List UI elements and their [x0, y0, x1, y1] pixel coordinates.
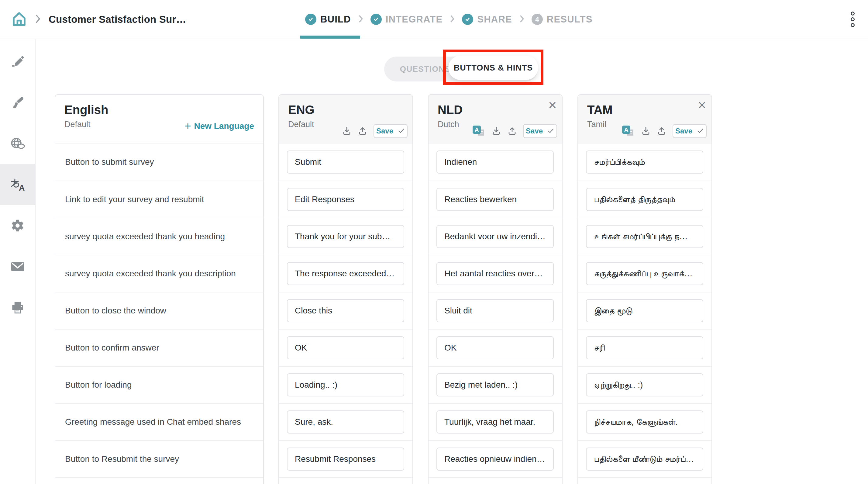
- translation-input[interactable]: [586, 448, 703, 471]
- translation-column-eng: ENG Default Save: [278, 94, 413, 484]
- translation-inputs-list: [429, 144, 562, 484]
- step-separator-icon: [519, 14, 524, 24]
- sidebar-item-translate[interactable]: A: [0, 164, 35, 205]
- sidebar-item-email[interactable]: [0, 246, 35, 287]
- sidebar-item-design[interactable]: [0, 82, 35, 123]
- step-integrate[interactable]: INTEGRATE: [370, 14, 443, 25]
- download-icon[interactable]: [641, 126, 651, 136]
- step-build[interactable]: BUILD: [305, 14, 351, 25]
- column-header: ENG Default Save: [279, 95, 412, 144]
- translation-row: [279, 440, 412, 477]
- sidebar-item-settings[interactable]: [0, 205, 35, 246]
- check-circle-icon: [370, 14, 382, 25]
- string-key-row: survey quota exceeded thank you heading: [55, 218, 263, 255]
- translation-row: [279, 403, 412, 440]
- translation-input[interactable]: [436, 188, 554, 211]
- translation-input[interactable]: [287, 373, 404, 396]
- translation-input[interactable]: [287, 448, 404, 471]
- translation-input[interactable]: [586, 188, 703, 211]
- translation-input[interactable]: [436, 262, 554, 285]
- save-button[interactable]: Save: [673, 124, 707, 138]
- translation-row: [429, 292, 562, 329]
- close-icon[interactable]: ×: [547, 97, 558, 113]
- string-key-label: Link to edit your survey and resubmit: [55, 194, 210, 204]
- kebab-menu-icon[interactable]: [849, 0, 857, 39]
- translation-row: [578, 292, 711, 329]
- translation-input[interactable]: [436, 299, 554, 322]
- translation-input[interactable]: [436, 150, 554, 174]
- translation-row: [578, 255, 711, 292]
- translation-input[interactable]: [436, 411, 554, 433]
- mail-icon: [10, 261, 25, 273]
- translation-input-wrap: [287, 448, 404, 471]
- translation-column-nld: × NLD Dutch A Save: [428, 94, 563, 484]
- auto-translate-icon[interactable]: A: [473, 126, 485, 137]
- translation-row: [578, 218, 711, 255]
- translation-input[interactable]: [287, 150, 404, 174]
- tab-buttons-hints[interactable]: BUTTONS & HINTS: [448, 56, 538, 80]
- translation-input-wrap: [287, 336, 404, 359]
- translation-input[interactable]: [436, 448, 554, 471]
- translation-input-wrap: [586, 225, 703, 248]
- translation-input[interactable]: [436, 373, 554, 396]
- translation-input[interactable]: [287, 336, 404, 359]
- translation-input[interactable]: [287, 411, 404, 433]
- new-language-button[interactable]: + New Language: [183, 120, 256, 132]
- save-button[interactable]: Save: [523, 124, 557, 138]
- translation-input[interactable]: [586, 299, 703, 322]
- home-button[interactable]: [11, 11, 27, 28]
- upload-icon[interactable]: [358, 126, 367, 136]
- translation-input[interactable]: [586, 150, 703, 174]
- string-key-label: Button for loading: [55, 380, 138, 390]
- download-icon[interactable]: [491, 126, 501, 136]
- workflow-stepper: BUILD INTEGRATE SHARE 4 RESULTS: [305, 0, 593, 39]
- translation-input-wrap: [436, 262, 554, 285]
- survey-title: Customer Satisfaction Sur…: [49, 14, 186, 25]
- partial-row: [578, 477, 711, 484]
- step-share[interactable]: SHARE: [462, 14, 512, 25]
- translation-input[interactable]: [287, 262, 404, 285]
- left-sidebar: A: [0, 39, 36, 484]
- translation-input-wrap: [586, 373, 703, 396]
- language-title: English: [64, 103, 256, 117]
- translation-row: [578, 440, 711, 477]
- translation-row: [279, 292, 412, 329]
- sidebar-item-global[interactable]: [0, 123, 35, 164]
- check-circle-icon: [305, 14, 316, 25]
- string-key-row: Greeting message used in Chat embed shar…: [55, 403, 263, 440]
- translation-input[interactable]: [586, 225, 703, 248]
- default-language-column: English Default + New Language Button to…: [55, 94, 264, 484]
- string-key-label: survey quota exceeded thank you descript…: [55, 269, 242, 278]
- upload-icon[interactable]: [657, 126, 666, 136]
- translation-row: [429, 403, 562, 440]
- step-label: RESULTS: [547, 14, 593, 25]
- sidebar-item-print[interactable]: [0, 287, 35, 328]
- language-code: TAM: [587, 103, 704, 117]
- auto-translate-icon[interactable]: A: [622, 126, 635, 137]
- printer-icon: [10, 301, 25, 314]
- translation-input[interactable]: [586, 262, 703, 285]
- download-icon[interactable]: [342, 126, 352, 136]
- translation-input[interactable]: [436, 225, 554, 248]
- translation-input[interactable]: [287, 225, 404, 248]
- step-results[interactable]: 4 RESULTS: [532, 14, 593, 25]
- translation-input[interactable]: [586, 411, 703, 433]
- string-key-row: Button to submit survey: [55, 144, 263, 181]
- string-key-label: Button to close the window: [55, 306, 172, 315]
- close-icon[interactable]: ×: [696, 97, 707, 113]
- translation-input[interactable]: [586, 336, 703, 359]
- translation-input[interactable]: [287, 188, 404, 211]
- save-button[interactable]: Save: [374, 124, 408, 138]
- step-label: SHARE: [477, 14, 512, 25]
- translation-input[interactable]: [436, 336, 554, 359]
- translation-input-wrap: [436, 188, 554, 211]
- upload-icon[interactable]: [507, 126, 517, 136]
- translation-input[interactable]: [586, 373, 703, 396]
- translation-inputs-list: [279, 144, 412, 484]
- translation-input[interactable]: [287, 299, 404, 322]
- sidebar-item-edit[interactable]: [0, 41, 35, 82]
- translation-row: [578, 144, 711, 181]
- string-key-label: Button to submit survey: [55, 157, 160, 167]
- check-circle-icon: [462, 14, 473, 25]
- translate-icon: A: [10, 178, 26, 191]
